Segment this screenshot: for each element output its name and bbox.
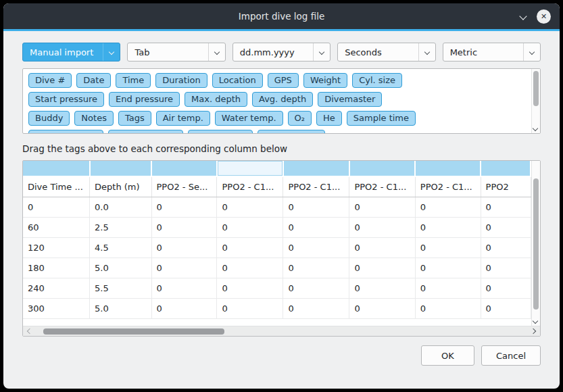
scroll-left-icon[interactable]: [27, 328, 32, 334]
table-cell: 0: [151, 237, 217, 258]
table-cell: 0: [349, 298, 415, 318]
scrollbar-track[interactable]: [36, 326, 527, 336]
units-value: Metric: [443, 47, 523, 57]
field-tag[interactable]: Time: [116, 73, 151, 88]
table-cell: 0: [283, 237, 349, 258]
field-tag[interactable]: Cyl. size: [352, 73, 402, 88]
table-cell: 0: [415, 258, 481, 278]
field-separator-combo[interactable]: Tab: [127, 43, 225, 62]
tag-row: Dive #DateTimeDurationLocationGPSWeightC…: [28, 73, 535, 88]
date-format-combo[interactable]: dd.mm.yyyy: [232, 43, 331, 62]
field-tag[interactable]: Dive #: [28, 73, 72, 88]
table-cell: 300: [23, 298, 90, 318]
chevron-down-icon: [208, 43, 225, 61]
table-cell: 0: [283, 298, 349, 318]
scroll-down-icon[interactable]: [533, 318, 538, 324]
cancel-button[interactable]: Cancel: [481, 345, 541, 366]
table-row: 1204.5000000: [23, 237, 531, 258]
table-row: 1805.0000000: [23, 258, 531, 278]
column-drop-target[interactable]: [151, 161, 217, 176]
field-tag[interactable]: GPS: [268, 73, 299, 88]
table-vertical-scrollbar[interactable]: [531, 161, 540, 326]
preview-table-frame: Dive Time ...Depth (m)PPO2 - Se...PPO2 -…: [22, 160, 541, 337]
units-combo[interactable]: Metric: [443, 43, 541, 62]
column-drop-target[interactable]: [283, 161, 349, 176]
column-drop-target[interactable]: [415, 161, 481, 176]
field-tag[interactable]: Location: [212, 73, 263, 88]
field-tag[interactable]: Duration: [155, 73, 207, 88]
table-cell: 0: [349, 258, 415, 278]
table-cell: 0: [349, 197, 415, 217]
field-tag[interactable]: Sample pO₂: [188, 130, 253, 134]
preview-table-viewport: Dive Time ...Depth (m)PPO2 - Se...PPO2 -…: [23, 161, 531, 326]
table-cell: 0: [217, 298, 283, 318]
column-drop-target[interactable]: [217, 161, 283, 176]
field-tag[interactable]: Sample depth: [28, 130, 103, 134]
table-cell: 0: [217, 237, 283, 258]
field-tag[interactable]: O₂: [288, 111, 312, 126]
field-tag[interactable]: Date: [76, 73, 111, 88]
close-button[interactable]: ✕: [537, 9, 551, 24]
field-tag[interactable]: Sample temp.: [108, 130, 183, 134]
field-tag[interactable]: Divemaster: [318, 92, 382, 107]
table-cell: 0: [217, 258, 283, 278]
titlebar[interactable]: Import dive log file ✕: [3, 3, 560, 29]
import-dialog-window: Import dive log file ✕ Manual import Tab…: [3, 3, 560, 389]
table-cell: 0: [481, 258, 531, 278]
column-header: PPO2: [481, 176, 531, 197]
column-header: Depth (m): [90, 176, 151, 197]
tag-pool: Dive #DateTimeDurationLocationGPSWeightC…: [22, 68, 541, 134]
column-drop-target[interactable]: [481, 161, 531, 176]
table-cell: 0: [415, 197, 481, 217]
table-cell: 0: [151, 298, 217, 318]
field-tag[interactable]: Buddy: [28, 111, 70, 126]
field-tag[interactable]: Start pressure: [28, 92, 104, 107]
scrollbar-thumb[interactable]: [533, 178, 539, 310]
table-row: 00.0000000: [23, 197, 531, 217]
field-tag[interactable]: He: [316, 111, 342, 126]
field-tag[interactable]: Notes: [74, 111, 114, 126]
table-cell: 0: [217, 197, 283, 217]
field-separator-value: Tab: [128, 47, 207, 57]
scroll-right-icon[interactable]: [531, 328, 536, 334]
table-cell: 5.0: [90, 258, 151, 278]
table-cell: 0: [283, 217, 349, 237]
import-mode-combo[interactable]: Manual import: [22, 43, 120, 62]
table-cell: 60: [23, 217, 90, 237]
tag-pool-scrollbar[interactable]: [531, 69, 540, 133]
table-row: 602.5000000: [23, 217, 531, 237]
scrollbar-thumb[interactable]: [533, 71, 539, 106]
table-cell: 0: [349, 217, 415, 237]
drop-target-row: [23, 161, 531, 176]
column-drop-target[interactable]: [23, 161, 90, 176]
table-cell: 0: [283, 258, 349, 278]
field-tag[interactable]: Weight: [303, 73, 347, 88]
date-format-value: dd.mm.yyyy: [233, 47, 313, 57]
field-tag[interactable]: Air temp.: [156, 111, 210, 126]
table-cell: 0: [481, 237, 531, 258]
tag-row: Start pressureEnd pressureMax. depthAvg.…: [28, 92, 535, 107]
table-cell: 5.5: [90, 278, 151, 298]
field-tag[interactable]: Water temp.: [215, 111, 283, 126]
import-mode-value: Manual import: [23, 47, 103, 57]
column-drop-target[interactable]: [90, 161, 151, 176]
field-tag[interactable]: Sample CNS: [258, 130, 325, 134]
column-drop-target[interactable]: [349, 161, 415, 176]
table-cell: 0: [151, 197, 217, 217]
shade-icon[interactable]: [519, 12, 527, 20]
duration-format-combo[interactable]: Seconds: [337, 43, 435, 62]
tag-pool-rows: Dive #DateTimeDurationLocationGPSWeightC…: [23, 69, 540, 134]
scroll-down-icon[interactable]: [533, 126, 538, 131]
field-tag[interactable]: End pressure: [109, 92, 180, 107]
field-tag[interactable]: Sample time: [347, 111, 416, 126]
column-header: PPO2 - C1...: [415, 176, 481, 197]
table-horizontal-scrollbar[interactable]: [23, 326, 540, 336]
field-tag[interactable]: Max. depth: [185, 92, 247, 107]
ok-button[interactable]: OK: [421, 345, 474, 366]
field-tag[interactable]: Tags: [118, 111, 151, 126]
table-cell: 0: [481, 298, 531, 318]
table-cell: 0: [481, 217, 531, 237]
scrollbar-thumb[interactable]: [43, 328, 224, 335]
chevron-down-icon: [523, 43, 540, 61]
field-tag[interactable]: Avg. depth: [252, 92, 313, 107]
